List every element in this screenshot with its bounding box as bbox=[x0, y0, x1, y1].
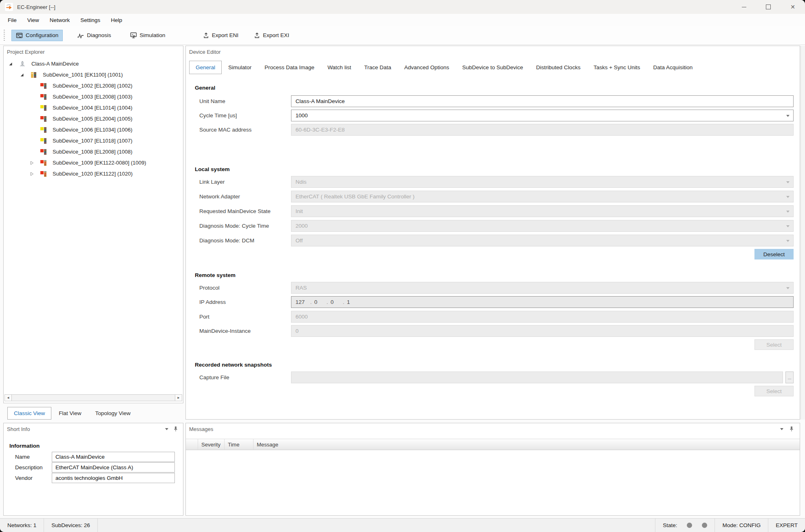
collapse-caret-icon[interactable] bbox=[165, 428, 168, 430]
unit-name-input[interactable]: Class-A MainDevice bbox=[291, 95, 794, 107]
cycle-time-value: 1000 bbox=[296, 112, 308, 119]
expander-icon[interactable] bbox=[30, 171, 40, 177]
messages-title: Messages bbox=[189, 426, 213, 432]
chevron-down-icon[interactable] bbox=[786, 115, 790, 117]
device-icon bbox=[40, 105, 50, 111]
close-button[interactable]: ✕ bbox=[781, 0, 805, 14]
short-info-title: Short Info bbox=[7, 426, 30, 432]
tree-item[interactable]: SubDevice_1008 [EL2008] (1008) bbox=[4, 146, 182, 157]
ip-address-input[interactable]: 127. 0. 0. 1 bbox=[291, 296, 794, 308]
export-exi-label: Export EXI bbox=[263, 32, 289, 38]
editor-tab[interactable]: Distributed Clocks bbox=[529, 61, 587, 74]
expander-icon[interactable] bbox=[20, 72, 31, 78]
menu-item[interactable]: Network bbox=[44, 14, 75, 26]
editor-tab[interactable]: SubDevice to SubDevice bbox=[456, 61, 529, 74]
diagnosis-button[interactable]: Diagnosis bbox=[73, 30, 115, 41]
tree-item[interactable]: SubDevice_1009 [EK1122-0080] (1009) bbox=[4, 157, 182, 168]
expander-icon[interactable] bbox=[30, 149, 40, 155]
menu-item[interactable]: View bbox=[22, 14, 44, 26]
tree-item-label: SubDevice_1009 [EK1122-0080] (1009) bbox=[53, 160, 146, 166]
minimize-button[interactable] bbox=[732, 0, 756, 14]
tree-item[interactable]: SubDevice_1005 [EL2004] (1005) bbox=[4, 113, 182, 124]
tree-item[interactable]: Class-A MainDevice bbox=[4, 58, 182, 69]
maximize-button[interactable] bbox=[756, 0, 781, 14]
editor-tab-label: Tasks + Sync Units bbox=[593, 64, 640, 70]
pin-icon[interactable] bbox=[173, 426, 178, 433]
ip-octet-3[interactable]: 0 bbox=[331, 299, 340, 305]
ip-octet-1[interactable]: 127 bbox=[296, 299, 308, 305]
editor-tab[interactable]: Advanced Options bbox=[398, 61, 456, 74]
expander-icon[interactable] bbox=[30, 160, 40, 166]
expander-icon[interactable] bbox=[9, 61, 19, 67]
tree-item[interactable]: SubDevice_1004 [EL1014] (1004) bbox=[4, 102, 182, 113]
info-value: Class-A MainDevice bbox=[52, 452, 175, 462]
menu-item[interactable]: Help bbox=[106, 14, 128, 26]
view-tab[interactable]: Topology View bbox=[89, 407, 137, 420]
messages-col-time[interactable]: Time bbox=[225, 439, 254, 450]
disabled-combobox: Ndis bbox=[291, 176, 794, 188]
expander-icon[interactable] bbox=[30, 127, 40, 133]
select-button-label: Select bbox=[766, 342, 782, 348]
field-label: Diagnosis Mode: DCM bbox=[199, 237, 291, 244]
information-heading: Information bbox=[9, 443, 40, 449]
toolbar-grip[interactable] bbox=[4, 30, 5, 41]
ip-octet-2[interactable]: 0 bbox=[314, 299, 324, 305]
collapse-caret-icon[interactable] bbox=[780, 428, 783, 430]
field-label: Requested MainDevice State bbox=[199, 208, 291, 214]
editor-tab[interactable]: General bbox=[189, 61, 222, 74]
expander-icon[interactable] bbox=[30, 138, 40, 144]
scrollbar-thumb[interactable] bbox=[11, 395, 175, 401]
tree-item[interactable]: SubDevice_1002 [EL2008] (1002) bbox=[4, 80, 182, 91]
expander-icon[interactable] bbox=[30, 94, 40, 100]
vertical-scrollbar[interactable] bbox=[801, 46, 805, 420]
pin-icon[interactable] bbox=[789, 426, 794, 433]
configuration-button[interactable]: Configuration bbox=[11, 30, 63, 41]
ip-octet-4[interactable]: 1 bbox=[347, 299, 357, 305]
editor-tab[interactable]: Watch list bbox=[321, 61, 357, 74]
expander-icon[interactable] bbox=[30, 83, 40, 89]
tree-item[interactable]: SubDevice_1006 [EL1034] (1006) bbox=[4, 124, 182, 135]
editor-tab[interactable]: Simulator bbox=[222, 61, 258, 74]
tree-item[interactable]: SubDevice_1020 [EK1122] (1020) bbox=[4, 168, 182, 179]
deselect-button[interactable]: Deselect bbox=[754, 249, 794, 259]
messages-col-severity[interactable]: Severity bbox=[198, 439, 225, 450]
expert-indicator[interactable]: EXPERT bbox=[768, 519, 805, 532]
device-icon bbox=[40, 149, 50, 155]
menu-item[interactable]: Settings bbox=[75, 14, 106, 26]
device-icon bbox=[40, 171, 50, 177]
port-row: Port 6000 bbox=[199, 311, 794, 323]
scroll-right-arrow-icon[interactable]: ► bbox=[175, 395, 182, 401]
export-exi-button[interactable]: Export EXI bbox=[249, 30, 294, 41]
device-icon bbox=[40, 94, 50, 100]
info-value: acontis technologies GmbH bbox=[52, 473, 175, 483]
tree-item-label: SubDevice_1004 [EL1014] (1004) bbox=[53, 105, 132, 111]
export-eni-button[interactable]: Export ENI bbox=[198, 30, 243, 41]
tree-item[interactable]: SubDevice_1007 [EL1018] (1007) bbox=[4, 135, 182, 146]
tree-item-label: SubDevice_1007 [EL1018] (1007) bbox=[53, 138, 132, 144]
expander-icon[interactable] bbox=[30, 105, 40, 111]
messages-col-message[interactable]: Message bbox=[254, 439, 800, 450]
editor-tab[interactable]: Tasks + Sync Units bbox=[587, 61, 646, 74]
information-fields: Name Class-A MainDevice Description Ethe… bbox=[4, 452, 175, 484]
browse-button[interactable]: ... bbox=[785, 372, 794, 383]
editor-tab[interactable]: Trace Data bbox=[357, 61, 397, 74]
editor-tab[interactable]: Data Acquisition bbox=[647, 61, 699, 74]
horizontal-scrollbar[interactable]: ◄ ► bbox=[4, 394, 182, 401]
scroll-left-arrow-icon[interactable]: ◄ bbox=[5, 395, 11, 401]
menu-item[interactable]: File bbox=[2, 14, 22, 26]
tree-item[interactable]: SubDevice_1001 [EK1100] (1001) bbox=[4, 69, 182, 80]
simulation-button[interactable]: Simulation bbox=[126, 30, 170, 41]
view-tab[interactable]: Classic View bbox=[7, 407, 51, 420]
close-icon: ✕ bbox=[790, 4, 795, 10]
device-tree: Class-A MainDevice bbox=[4, 58, 182, 179]
export-icon bbox=[254, 32, 260, 39]
view-tab[interactable]: Flat View bbox=[52, 407, 88, 420]
chevron-down-icon bbox=[786, 240, 790, 242]
cycle-time-combobox[interactable]: 1000 bbox=[291, 110, 794, 121]
tree-item-label: SubDevice_1008 [EL2008] (1008) bbox=[53, 149, 132, 155]
editor-tab[interactable]: Process Data Image bbox=[258, 61, 321, 74]
protocol-label: Protocol bbox=[199, 285, 291, 291]
project-explorer-panel: Project Explorer bbox=[3, 46, 183, 403]
expander-icon[interactable] bbox=[30, 116, 40, 122]
tree-item[interactable]: SubDevice_1003 [EL2008] (1003) bbox=[4, 91, 182, 102]
